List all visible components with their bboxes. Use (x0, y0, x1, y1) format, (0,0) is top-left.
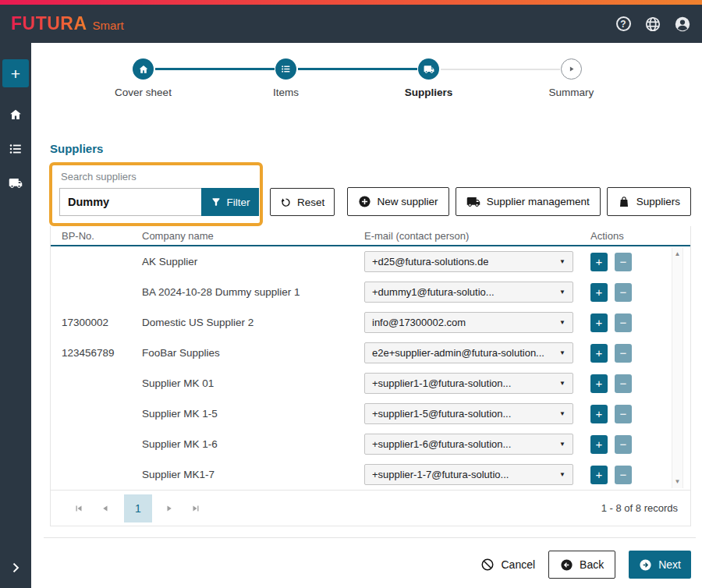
email-dropdown[interactable]: +supplier-1-7@futura-solutio... ▼ (364, 464, 573, 485)
filter-funnel-icon (211, 197, 222, 207)
table-row: Supplier MK 01 +supplier1-1@futura-solut… (51, 368, 690, 398)
step-label: Items (273, 87, 299, 98)
table-scrollbar[interactable]: ▲ ▼ (672, 248, 683, 488)
email-dropdown[interactable]: info@17300002.com ▼ (364, 312, 573, 333)
back-button[interactable]: Back (548, 551, 615, 579)
chevron-down-icon: ▼ (559, 258, 566, 265)
row-remove-button[interactable]: − (615, 374, 632, 393)
row-add-button[interactable]: + (590, 466, 608, 484)
table-row: Supplier MK 1-6 +supplier1-6@futura-solu… (51, 429, 690, 459)
scroll-up-icon[interactable]: ▲ (675, 251, 681, 257)
email-dropdown[interactable]: +d25@futura-solutions.de ▼ (364, 251, 573, 272)
email-dropdown[interactable]: +supplier1-6@futura-solution... ▼ (364, 434, 573, 455)
cell-company-name: Domestic US Supplier 2 (142, 317, 364, 328)
play-icon[interactable] (561, 58, 582, 80)
home-icon[interactable] (133, 58, 154, 80)
cell-company-name: Supplier MK 1-5 (142, 408, 364, 420)
back-button-label: Back (580, 558, 604, 571)
cell-company-name: Supplier MK1-7 (142, 469, 364, 480)
truck-icon[interactable] (418, 58, 439, 80)
row-remove-button[interactable]: − (615, 405, 632, 423)
row-remove-button[interactable]: − (615, 283, 632, 302)
last-page-button[interactable] (185, 498, 207, 519)
row-add-button[interactable]: + (590, 405, 608, 423)
next-page-button[interactable] (158, 498, 180, 519)
records-count-text: 1 - 8 of 8 records (601, 502, 678, 514)
sidebar-add-button[interactable]: + (2, 59, 29, 87)
email-value: +supplier1-1@futura-solution... (372, 377, 511, 389)
cell-company-name: Supplier MK 1-6 (142, 438, 364, 450)
row-add-button[interactable]: + (590, 253, 608, 271)
search-area: Search suppliers Filter (59, 171, 259, 216)
email-value: +supplier1-6@futura-solution... (372, 438, 511, 450)
sidebar-item-home[interactable] (9, 108, 23, 122)
step-cover-sheet[interactable]: Cover sheet (72, 58, 214, 98)
first-page-button[interactable] (68, 498, 90, 519)
row-add-button[interactable]: + (590, 374, 608, 393)
row-remove-button[interactable]: − (615, 253, 632, 271)
email-dropdown[interactable]: +supplier1-5@futura-solution... ▼ (364, 403, 573, 424)
account-icon[interactable] (674, 16, 691, 33)
cell-company-name: FooBar Supplies (142, 347, 364, 359)
table-header-row: BP-No. Company name E-mail (contact pers… (51, 226, 690, 246)
reset-button[interactable]: Reset (270, 188, 335, 216)
step-summary[interactable]: Summary (500, 58, 643, 98)
cell-company-name: Supplier MK 01 (142, 377, 364, 389)
app-header: FUTURA Smart ? (0, 5, 702, 43)
email-value: +d25@futura-solutions.de (372, 256, 488, 267)
row-add-button[interactable]: + (590, 313, 608, 332)
header-actions: ? (615, 16, 691, 33)
footer-divider (44, 537, 696, 538)
next-button[interactable]: Next (629, 551, 691, 579)
arrow-right-circle-icon (639, 558, 652, 572)
arrow-left-circle-icon (560, 558, 573, 572)
body-row: + (0, 43, 702, 588)
sidebar-expand-chevron-icon[interactable] (0, 560, 31, 576)
main-panel: Cover sheet Items (31, 43, 702, 588)
row-remove-button[interactable]: − (615, 466, 632, 484)
chevron-down-icon: ▼ (559, 471, 566, 478)
email-dropdown[interactable]: e2e+supplier-admin@futura-solution... ▼ (364, 342, 573, 363)
current-page[interactable]: 1 (124, 494, 152, 522)
page-title: Suppliers (50, 142, 691, 155)
row-add-button[interactable]: + (590, 435, 608, 454)
reset-undo-icon (280, 197, 292, 208)
suppliers-table: BP-No. Company name E-mail (contact pers… (50, 226, 691, 526)
email-dropdown[interactable]: +dummy1@futura-solutio... ▼ (364, 282, 573, 303)
row-add-button[interactable]: + (590, 344, 608, 363)
supplier-management-button[interactable]: Supplier management (456, 187, 601, 216)
chevron-down-icon: ▼ (559, 441, 566, 448)
column-header-company-name: Company name (142, 230, 364, 242)
step-suppliers[interactable]: Suppliers (357, 58, 500, 98)
row-remove-button[interactable]: − (615, 344, 632, 363)
column-header-actions: Actions (590, 230, 690, 242)
row-remove-button[interactable]: − (615, 313, 632, 332)
email-dropdown[interactable]: +supplier1-1@futura-solution... ▼ (364, 373, 573, 394)
cancel-button-label: Cancel (501, 558, 535, 571)
new-supplier-button[interactable]: New supplier (347, 187, 449, 216)
step-label: Suppliers (405, 87, 453, 98)
cell-company-name: BA 2024-10-28 Dummy supplier 1 (142, 286, 364, 298)
brand-logo: FUTURA Smart (11, 13, 124, 34)
row-remove-button[interactable]: − (615, 435, 632, 454)
suppliers-button[interactable]: Suppliers (607, 187, 691, 216)
chevron-down-icon: ▼ (559, 410, 566, 417)
language-globe-icon[interactable] (644, 16, 661, 33)
pagination-bar: 1 1 - 8 of 8 records (51, 490, 690, 526)
filter-button[interactable]: Filter (201, 188, 259, 216)
step-items[interactable]: Items (214, 58, 357, 98)
search-suppliers-input[interactable] (59, 188, 201, 216)
prev-page-button[interactable] (94, 498, 116, 519)
sidebar-item-list[interactable] (9, 142, 23, 156)
sidebar-item-shipping[interactable] (9, 176, 23, 190)
cancel-button[interactable]: Cancel (480, 558, 535, 572)
list-icon[interactable] (275, 58, 296, 80)
scroll-down-icon[interactable]: ▼ (675, 479, 681, 485)
help-icon[interactable]: ? (615, 16, 632, 33)
column-header-email: E-mail (contact person) (364, 230, 590, 242)
chevron-down-icon: ▼ (559, 349, 566, 356)
cell-bp-no: 123456789 (51, 347, 142, 359)
row-add-button[interactable]: + (590, 283, 608, 302)
new-supplier-label: New supplier (378, 196, 438, 207)
table-body: AK Supplier +d25@futura-solutions.de ▼ +… (51, 246, 690, 490)
